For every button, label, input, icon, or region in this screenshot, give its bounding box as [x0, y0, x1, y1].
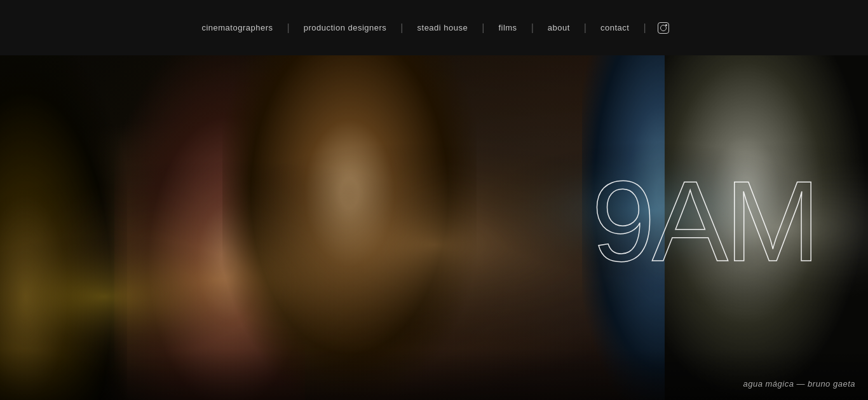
- nav-link-films[interactable]: films: [484, 23, 531, 32]
- nav-link-cinematographers[interactable]: cinematographers: [187, 23, 287, 32]
- instagram-icon: [658, 22, 669, 34]
- nav-link-instagram[interactable]: [646, 21, 681, 34]
- main-nav: cinematographers | production designers …: [0, 0, 868, 55]
- nav-link-about[interactable]: about: [534, 23, 584, 32]
- nav-link-contact[interactable]: contact: [587, 23, 643, 32]
- hero-section: 9AM agua mágica — bruno gaeta: [0, 55, 868, 400]
- hero-title: 9AM: [592, 165, 817, 279]
- nav-link-production-designers[interactable]: production designers: [290, 23, 401, 32]
- nav-items: cinematographers | production designers …: [187, 21, 680, 34]
- hero-caption: agua mágica — bruno gaeta: [743, 379, 855, 389]
- nav-link-steadi-house[interactable]: steadi house: [403, 23, 482, 32]
